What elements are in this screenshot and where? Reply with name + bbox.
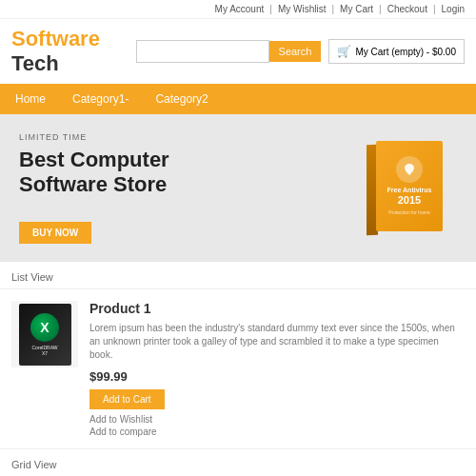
cart-label: My Cart (empty) - $0.00 — [355, 47, 456, 57]
search-form: Search — [136, 40, 322, 63]
box-title: Free Antivirus — [387, 187, 432, 194]
add-to-wishlist-link[interactable]: Add to Wishlist — [89, 414, 465, 425]
add-to-cart-button[interactable]: Add to Cart — [89, 389, 165, 409]
coreldraw-logo: X — [30, 313, 59, 342]
product-box-3d: Free Antivirus 2015 Protection for home — [367, 141, 443, 236]
header: Software Tech Search 🛒 My Cart (empty) -… — [0, 19, 476, 84]
top-bar: My Account | My Wishlist | My Cart | Che… — [0, 0, 476, 19]
my-account-link[interactable]: My Account — [215, 4, 265, 14]
box-logo-circle — [396, 156, 423, 183]
list-product-info: Product 1 Lorem ipsum has been the indus… — [89, 301, 465, 437]
box-year: 2015 — [398, 194, 421, 206]
grid-view-title: Grid View — [0, 449, 476, 476]
hero-product-image: Free Antivirus 2015 Protection for home — [352, 127, 457, 250]
hero-text: LIMITED TIME Best Computer Software Stor… — [19, 132, 352, 245]
logo: Software Tech — [11, 27, 136, 76]
logo-tech: Tech — [11, 51, 59, 75]
list-product-price: $99.99 — [89, 369, 465, 384]
box-tagline: Protection for home — [388, 209, 430, 215]
search-button[interactable]: Search — [269, 41, 322, 62]
cart-button[interactable]: 🛒 My Cart (empty) - $0.00 — [328, 39, 465, 64]
hero-headline-line2: Software Store — [19, 172, 167, 196]
nav-item-home[interactable]: Home — [11, 85, 50, 113]
separator-3: | — [379, 4, 382, 14]
list-product-image: X CorelDRAWX7 — [11, 301, 78, 367]
hero-limited-time: LIMITED TIME — [19, 132, 352, 142]
logo-software: Software — [11, 27, 100, 50]
list-product-item: X CorelDRAWX7 Product 1 Lorem ipsum has … — [0, 289, 476, 449]
nav-item-category1[interactable]: Category1- — [69, 85, 132, 113]
list-product-name: Product 1 — [89, 301, 465, 316]
my-wishlist-link[interactable]: My Wishlist — [278, 4, 327, 14]
list-product-description: Lorem ipsum has been the industry's stan… — [89, 322, 465, 362]
separator-1: | — [269, 4, 272, 14]
nav-item-category2[interactable]: Category2 — [151, 85, 211, 113]
hero-banner: LIMITED TIME Best Computer Software Stor… — [0, 114, 476, 262]
login-link[interactable]: Login — [442, 4, 465, 14]
header-right: Search 🛒 My Cart (empty) - $0.00 — [136, 39, 465, 64]
coreldraw-text: CorelDRAWX7 — [31, 345, 57, 356]
cart-icon: 🛒 — [337, 45, 351, 58]
separator-2: | — [331, 4, 334, 14]
add-to-compare-link[interactable]: Add to compare — [89, 426, 465, 437]
separator-4: | — [433, 4, 436, 14]
hero-headline-line1: Best Computer — [19, 148, 169, 171]
my-cart-link[interactable]: My Cart — [340, 4, 373, 14]
buy-now-button[interactable]: BUY NOW — [19, 222, 91, 244]
list-view-title: List View — [0, 262, 476, 289]
coreldraw-box: X CorelDRAWX7 — [19, 304, 71, 366]
checkout-link[interactable]: Checkout — [387, 4, 427, 14]
search-input[interactable] — [136, 40, 269, 63]
hero-headline: Best Computer Software Store — [19, 148, 352, 198]
box-front: Free Antivirus 2015 Protection for home — [376, 141, 443, 231]
main-nav: Home Category1- Category2 — [0, 84, 476, 114]
